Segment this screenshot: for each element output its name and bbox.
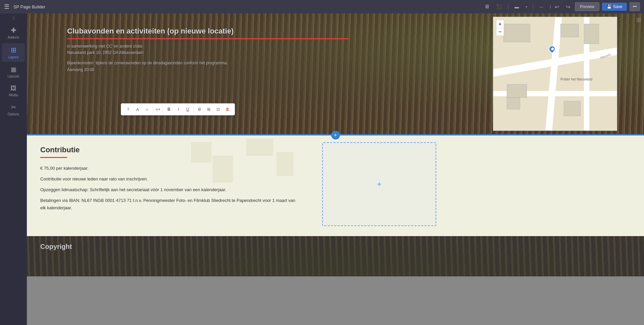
save-button[interactable]: 💾 Save: [602, 3, 627, 11]
hero-text-2: Bijeenkomsten: tijdens de zomeravonden o…: [67, 60, 349, 66]
text-toolbar: T A ○ ≡▾ B I U ⚙ ⊞ ⊡ 🗑: [121, 103, 235, 115]
addons-icon: ✚: [11, 26, 16, 34]
sidebar-drag-handle[interactable]: ⠿: [12, 16, 15, 21]
hero-title-underline: [67, 38, 349, 39]
map-background: Polder het Nieuwland Nieuwla...: [493, 17, 617, 130]
content-text-3: Opzeggen lidmaatschap: Schriftelijk aan …: [40, 186, 302, 194]
toolbar-text-size-btn[interactable]: T: [124, 105, 133, 114]
bottom-section: Copyright: [27, 236, 644, 276]
toolbar-bold-btn[interactable]: B: [164, 105, 173, 114]
content-title-underline: [40, 157, 67, 158]
media-label: Media: [9, 93, 18, 97]
map-zoom-out[interactable]: −: [496, 28, 504, 36]
sidebar-item-layouts[interactable]: ▦ Layouts: [2, 63, 25, 81]
sidebar-item-media[interactable]: 🖼 Media: [2, 82, 25, 100]
toolbar-copy-btn[interactable]: ⊞: [204, 105, 213, 114]
desktop-icon[interactable]: 🖥: [482, 2, 492, 11]
layouts-label: Layouts: [7, 74, 19, 78]
mobile-icon[interactable]: |: [548, 3, 553, 10]
toolbar-duplicate-btn[interactable]: ⊡: [214, 105, 222, 114]
toolbar-sep1: [153, 106, 153, 113]
content-title: Contributie: [40, 146, 302, 154]
content-text-2: Contributie voor nieuwe leden naar rato …: [40, 175, 302, 183]
save-label: Save: [613, 4, 622, 9]
redo-button[interactable]: ↪: [564, 2, 572, 11]
media-icon: 🖼: [10, 85, 16, 92]
hero-content: Clubavonden en activiteiten (op nieuwe l…: [67, 27, 349, 73]
layouts-icon: ▦: [11, 66, 16, 73]
app-title: SP Page Builder: [13, 4, 482, 9]
toolbar-sep3: [193, 106, 194, 113]
sidebar-item-options[interactable]: ✂ Options: [2, 101, 25, 119]
menu-icon[interactable]: ☰: [4, 3, 9, 10]
separator: [508, 3, 508, 10]
grid-toggle-button[interactable]: ⊞: [636, 16, 641, 23]
topbar: ☰ SP Page Builder 🖥 ⬛ ▬ ▪ — | ↩ ↪ Previe…: [0, 0, 644, 13]
canvas: ⊞ Clubavonden en activiteiten (op nieuwe…: [27, 13, 644, 325]
toolbar-align-dropdown[interactable]: ≡▾: [154, 107, 161, 112]
map-area-label: Polder het Nieuwland: [560, 77, 592, 81]
save-icon: 💾: [607, 4, 612, 9]
content-text-1: € 75,00 per kalenderjaar.: [40, 165, 302, 172]
toolbar-sep2: [163, 106, 163, 113]
content-text-4: Betalingen via IBAN: NL67 INGB 0001 4713…: [40, 197, 302, 212]
drop-zone[interactable]: +: [322, 142, 436, 226]
map-marker: [549, 46, 555, 54]
toolbar-settings-btn[interactable]: ⚙: [195, 105, 204, 114]
add-content-button[interactable]: +: [377, 179, 382, 189]
addons-label: Addons: [8, 36, 19, 39]
toolbar-italic-btn[interactable]: I: [174, 105, 183, 114]
map-widget: Polder het Nieuwland Nieuwla... + −: [493, 17, 617, 131]
toolbar-underline-btn[interactable]: U: [183, 105, 192, 114]
more-button[interactable]: •••: [630, 2, 640, 11]
tablet-landscape-icon[interactable]: ▬: [512, 3, 521, 11]
content-right: +: [315, 136, 443, 236]
hero-text-1: in samenwerking met CC' en andere clubs …: [67, 43, 349, 56]
options-icon: ✂: [11, 104, 16, 111]
hero-section: Clubavonden en activiteiten (op nieuwe l…: [27, 13, 644, 134]
mobile-landscape-icon[interactable]: —: [537, 3, 545, 10]
hero-text-3: Aanvang 20:00: [67, 67, 349, 73]
sidebar: ⠿ ✚ Addons ⊞ Layers ▦ Layouts 🖼 Media ✂ …: [0, 13, 27, 325]
toolbar-delete-btn[interactable]: 🗑: [223, 105, 232, 114]
options-label: Options: [8, 112, 19, 116]
map-zoom-in[interactable]: +: [496, 20, 504, 28]
layers-label: Layers: [8, 55, 18, 59]
copyright-title: Copyright: [40, 243, 631, 251]
preview-button[interactable]: Preview: [575, 2, 599, 11]
hero-title: Clubavonden en activiteiten (op nieuwe l…: [67, 27, 349, 36]
tablet-icon[interactable]: ▪: [524, 3, 529, 10]
toolbar-circle-btn[interactable]: ○: [143, 105, 151, 114]
separator2: [533, 3, 533, 10]
add-row-button[interactable]: +: [331, 131, 340, 140]
content-section: Contributie € 75,00 per kalenderjaar. Co…: [27, 136, 644, 236]
device-selector: 🖥 ⬛ ▬ ▪ — |: [482, 2, 553, 11]
topbar-actions: ↩ ↪ Preview 💾 Save •••: [553, 2, 640, 11]
sidebar-item-layers[interactable]: ⊞ Layers: [2, 43, 25, 62]
content-left: Contributie € 75,00 per kalenderjaar. Co…: [27, 136, 315, 236]
laptop-icon[interactable]: ⬛: [494, 3, 504, 11]
map-controls: + −: [496, 20, 504, 36]
sidebar-item-addons[interactable]: ✚ Addons: [2, 23, 25, 42]
undo-button[interactable]: ↩: [553, 2, 561, 11]
layers-icon: ⊞: [11, 46, 16, 54]
toolbar-font-btn[interactable]: A: [133, 105, 142, 114]
main-layout: ⠿ ✚ Addons ⊞ Layers ▦ Layouts 🖼 Media ✂ …: [0, 13, 644, 325]
